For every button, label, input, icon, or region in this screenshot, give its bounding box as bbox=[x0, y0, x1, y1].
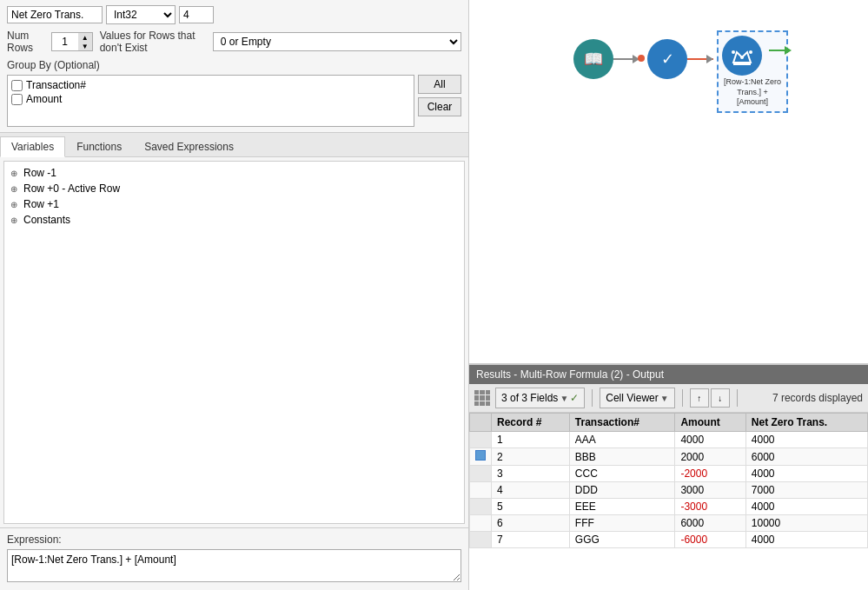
sort-up-button[interactable]: ↑ bbox=[690, 388, 709, 408]
cell-netzero: 4000 bbox=[745, 532, 867, 548]
table-row: 3CCC-20004000 bbox=[470, 466, 868, 482]
left-panel: Int32 String Double Num Rows ▲ ▼ Values … bbox=[0, 0, 469, 590]
group-by-amount-checkbox[interactable] bbox=[11, 94, 23, 105]
all-button[interactable]: All bbox=[418, 75, 461, 94]
tree-item-label: Row +0 - Active Row bbox=[23, 182, 120, 195]
fields-count: 3 of 3 Fields bbox=[501, 392, 558, 404]
fields-dropdown-arrow: ▼ bbox=[560, 394, 568, 403]
expand-icon: ⊕ bbox=[8, 198, 20, 210]
missing-select[interactable]: 0 or Empty Null Error bbox=[213, 32, 461, 51]
arrow-out bbox=[785, 46, 792, 55]
arrow-2 bbox=[706, 55, 713, 63]
spinner-buttons: ▲ ▼ bbox=[78, 33, 92, 50]
group-by-amount-label: Amount bbox=[26, 93, 62, 105]
tree-item-row-active[interactable]: ⊕ Row +0 - Active Row bbox=[8, 181, 461, 196]
tree-item-label: Row -1 bbox=[23, 167, 56, 179]
filter-node-icon[interactable]: ✓ bbox=[647, 39, 687, 79]
col-netzero[interactable]: Net Zero Trans. bbox=[745, 414, 867, 432]
row-indicator-cell bbox=[470, 482, 492, 499]
tab-variables[interactable]: Variables bbox=[0, 136, 65, 157]
cell-netzero: 4000 bbox=[745, 432, 867, 448]
row-indicator-cell bbox=[470, 532, 492, 548]
spinner-up[interactable]: ▲ bbox=[78, 33, 92, 42]
right-panel: 📖 ✓ [Row-1:Net Ze bbox=[469, 0, 868, 590]
toolbar-separator-1 bbox=[592, 389, 593, 407]
cell-amount: 2000 bbox=[675, 448, 745, 466]
input-node-icon[interactable]: 📖 bbox=[573, 39, 613, 79]
grid-icon bbox=[474, 390, 490, 406]
top-config: Int32 String Double Num Rows ▲ ▼ Values … bbox=[0, 0, 468, 133]
cell-viewer-arrow: ▼ bbox=[660, 394, 669, 403]
formula-node-label: [Row-1:Net ZeroTrans.] + [Amount] bbox=[722, 77, 783, 108]
fields-dropdown[interactable]: 3 of 3 Fields ▼ ✓ bbox=[495, 388, 585, 408]
workflow-node-formula[interactable]: [Row-1:Net ZeroTrans.] + [Amount] bbox=[717, 30, 788, 113]
field-name-input[interactable] bbox=[7, 6, 103, 23]
results-header: Results - Multi-Row Formula (2) - Output bbox=[469, 365, 868, 384]
col-record[interactable]: Record # bbox=[492, 414, 570, 432]
row-indicator-cell bbox=[470, 515, 492, 532]
cell-amount: -6000 bbox=[675, 532, 745, 548]
table-row: 5EEE-30004000 bbox=[470, 499, 868, 515]
tree-item-row-plus1[interactable]: ⊕ Row +1 bbox=[8, 196, 461, 212]
group-by-item-amount: Amount bbox=[11, 93, 410, 105]
cell-amount: -3000 bbox=[675, 499, 745, 515]
results-panel: Results - Multi-Row Formula (2) - Output… bbox=[469, 364, 868, 590]
num-rows-spinner[interactable]: ▲ ▼ bbox=[51, 32, 93, 51]
workflow-node-input: 📖 bbox=[573, 39, 613, 79]
col-transaction[interactable]: Transaction# bbox=[569, 414, 675, 432]
results-table: Record # Transaction# Amount Net Zero Tr… bbox=[469, 413, 868, 548]
row-indicator-cell bbox=[470, 448, 492, 466]
num-rows-row: Num Rows ▲ ▼ Values for Rows that don't … bbox=[7, 30, 461, 54]
group-by-transaction-checkbox[interactable] bbox=[11, 80, 23, 91]
results-header-text: Results - Multi-Row Formula (2) - Output bbox=[476, 368, 664, 381]
cell-netzero: 4000 bbox=[745, 499, 867, 515]
svg-rect-1 bbox=[733, 63, 751, 65]
cell-record: 2 bbox=[492, 448, 570, 466]
cell-viewer-dropdown[interactable]: Cell Viewer ▼ bbox=[600, 388, 674, 408]
table-row: 7GGG-60004000 bbox=[470, 532, 868, 548]
group-by-list: Transaction# Amount bbox=[7, 75, 414, 127]
checkmark-icon: ✓ bbox=[570, 392, 579, 404]
crown-icon bbox=[730, 43, 754, 68]
connector-out bbox=[769, 50, 786, 51]
cell-transaction: EEE bbox=[569, 499, 675, 515]
field-type-select[interactable]: Int32 String Double bbox=[106, 5, 176, 24]
expression-label: Expression: bbox=[7, 534, 461, 546]
clear-button[interactable]: Clear bbox=[418, 97, 461, 116]
expand-icon: ⊕ bbox=[8, 182, 20, 195]
cell-record: 5 bbox=[492, 499, 570, 515]
num-rows-label: Num Rows bbox=[7, 30, 44, 54]
cell-transaction: DDD bbox=[569, 482, 675, 499]
cell-viewer-label: Cell Viewer bbox=[606, 392, 658, 404]
cell-record: 6 bbox=[492, 515, 570, 532]
tree-item-constants[interactable]: ⊕ Constants bbox=[8, 212, 461, 228]
num-rows-input[interactable] bbox=[52, 34, 78, 50]
table-row: 6FFF600010000 bbox=[470, 515, 868, 532]
field-size-input[interactable] bbox=[179, 6, 214, 23]
col-amount[interactable]: Amount bbox=[675, 414, 745, 432]
formula-node-icon bbox=[722, 36, 762, 76]
cell-netzero: 4000 bbox=[745, 466, 867, 482]
cell-amount: -2000 bbox=[675, 466, 745, 482]
col-indicator bbox=[470, 414, 492, 432]
cell-record: 3 bbox=[492, 466, 570, 482]
tab-saved-expressions[interactable]: Saved Expressions bbox=[133, 136, 245, 156]
group-by-item-transaction: Transaction# bbox=[11, 79, 410, 91]
tab-functions[interactable]: Functions bbox=[65, 136, 133, 156]
results-table-wrap: Record # Transaction# Amount Net Zero Tr… bbox=[469, 413, 868, 590]
cell-amount: 4000 bbox=[675, 432, 745, 448]
cell-amount: 6000 bbox=[675, 515, 745, 532]
tree-item-label: Constants bbox=[23, 214, 70, 226]
active-row-indicator bbox=[475, 450, 486, 461]
sort-down-button[interactable]: ↓ bbox=[711, 388, 730, 408]
spinner-down[interactable]: ▼ bbox=[78, 42, 92, 50]
svg-point-4 bbox=[749, 50, 752, 54]
group-by-transaction-label: Transaction# bbox=[26, 79, 86, 91]
toolbar-separator-3 bbox=[737, 389, 738, 407]
expression-input[interactable]: [Row-1:Net Zero Trans.] + [Amount] bbox=[7, 549, 461, 582]
tree-item-row-minus1[interactable]: ⊕ Row -1 bbox=[8, 165, 461, 181]
cell-transaction: AAA bbox=[569, 432, 675, 448]
results-toolbar: 3 of 3 Fields ▼ ✓ Cell Viewer ▼ ↑ ↓ 7 re… bbox=[469, 384, 868, 413]
cell-netzero: 10000 bbox=[745, 515, 867, 532]
missing-label: Values for Rows that don't Exist bbox=[100, 30, 206, 54]
